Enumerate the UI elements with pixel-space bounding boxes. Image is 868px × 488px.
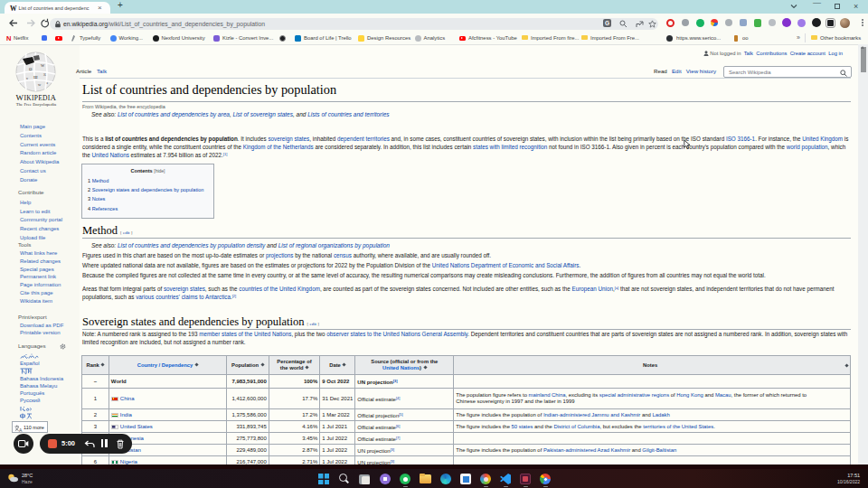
svg-text:Ξ: Ξ	[43, 72, 46, 77]
svg-text:э: э	[46, 80, 48, 85]
svg-text:A: A	[19, 427, 23, 432]
svg-text:ω: ω	[24, 60, 27, 64]
svg-text:ν: ν	[26, 76, 28, 80]
svg-text:Ш: Ш	[33, 75, 38, 80]
